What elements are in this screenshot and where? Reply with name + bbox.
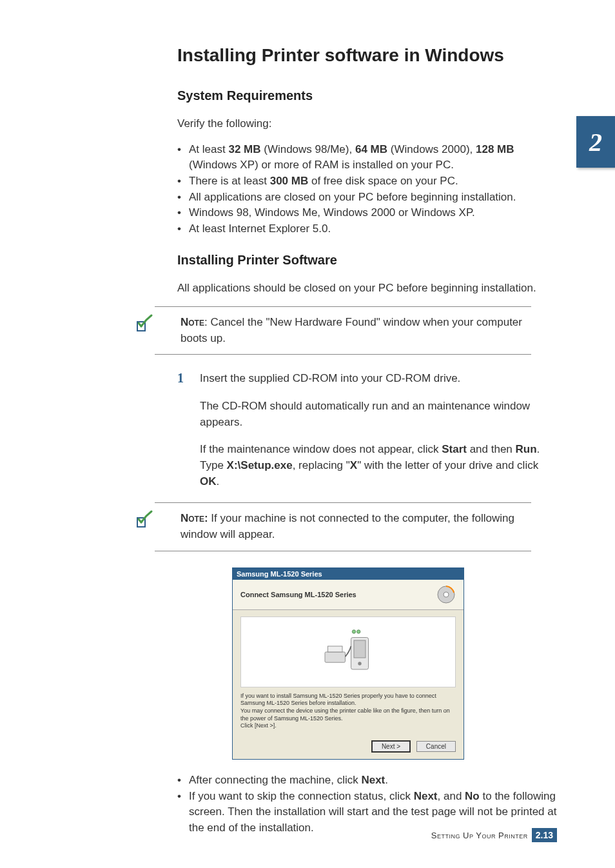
chapter-tab: 2 (576, 116, 615, 168)
svg-rect-5 (325, 652, 346, 662)
svg-point-8 (357, 629, 360, 633)
section-system-requirements: System Requirements (177, 88, 557, 103)
list-item: There is at least 300 MB of free disk sp… (177, 173, 557, 190)
svg-rect-6 (328, 646, 343, 652)
footer-page-number: 2.13 (532, 828, 557, 842)
dialog-instruction-text: If you want to install Samsung ML-1520 S… (240, 693, 456, 730)
dialog-body: If you want to install Samsung ML-1520 S… (233, 610, 464, 736)
printer-illustration (240, 616, 456, 687)
page-footer: Setting Up Your Printer 2.13 (431, 828, 557, 842)
list-item: At least Internet Explorer 5.0. (177, 221, 557, 237)
note-text: Note: If your machine is not connected t… (181, 511, 531, 542)
footer-section-name: Setting Up Your Printer (431, 831, 528, 840)
dialog-titlebar: Samsung ML-1520 Series (233, 568, 464, 580)
list-item: After connecting the machine, click Next… (177, 773, 557, 789)
verify-intro: Verify the following: (177, 116, 557, 132)
list-item: At least 32 MB (Windows 98/Me), 64 MB (W… (177, 142, 557, 173)
svg-point-7 (352, 629, 355, 633)
after-connect-list: After connecting the machine, click Next… (177, 773, 557, 836)
dialog-header: Connect Samsung ML-1520 Series (233, 580, 464, 610)
note-block: Note: If your machine is not connected t… (155, 502, 531, 551)
dialog-button-row: Next > Cancel (233, 736, 464, 759)
list-item: All applications are closed on your PC b… (177, 190, 557, 206)
cancel-button[interactable]: Cancel (416, 741, 456, 752)
step-number: 1 (177, 371, 184, 386)
page-title: Installing Printer software in Windows (177, 45, 557, 66)
step-1: 1 Insert the supplied CD-ROM into your C… (177, 371, 557, 489)
installer-dialog-screenshot: Samsung ML-1520 Series Connect Samsung M… (232, 567, 464, 760)
dialog-header-text: Connect Samsung ML-1520 Series (240, 591, 356, 598)
step-paragraph: The CD-ROM should automatically run and … (200, 399, 557, 430)
step-paragraph: If the maintenance window does not appea… (200, 442, 557, 489)
svg-rect-3 (354, 640, 366, 658)
note-icon (132, 506, 158, 532)
svg-point-4 (358, 662, 361, 665)
requirements-list: At least 32 MB (Windows 98/Me), 64 MB (W… (177, 142, 557, 237)
section-installing-software: Installing Printer Software (177, 253, 557, 268)
note-icon (132, 310, 158, 336)
note-text: Note: Cancel the "New Hardware Found" wi… (181, 315, 531, 346)
cdrom-icon (436, 585, 456, 604)
install-intro: All applications should be closed on you… (177, 281, 557, 297)
step-paragraph: Insert the supplied CD-ROM into your CD-… (200, 371, 557, 387)
next-button[interactable]: Next > (371, 740, 411, 753)
svg-point-1 (444, 592, 449, 597)
note-block: Note: Cancel the "New Hardware Found" wi… (155, 306, 531, 355)
list-item: Windows 98, Windows Me, Windows 2000 or … (177, 205, 557, 221)
